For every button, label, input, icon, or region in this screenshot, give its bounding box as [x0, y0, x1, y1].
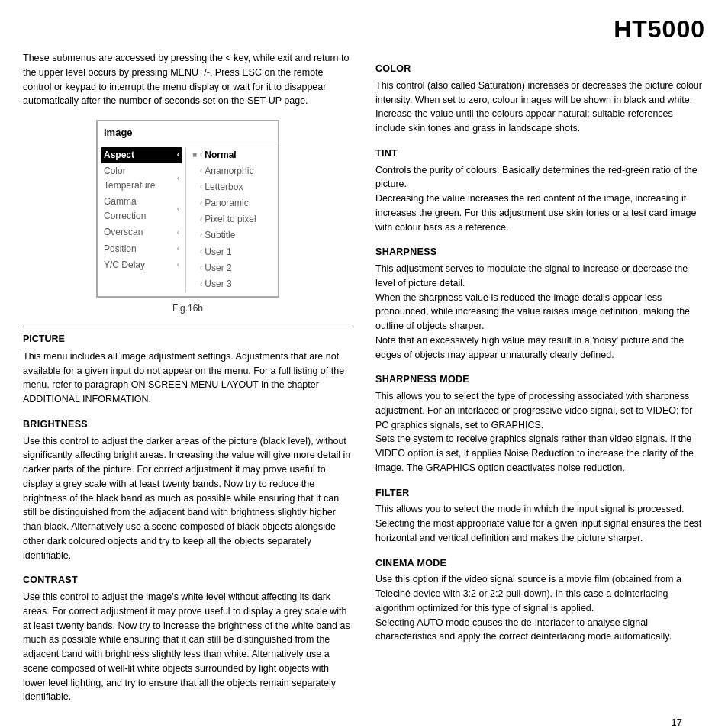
- color-text: This control (also called Saturation) in…: [375, 79, 705, 136]
- menu-item-aspect-label: Aspect: [104, 148, 134, 163]
- aspect-arrow: ‹: [177, 149, 179, 161]
- sharpness-mode-text: This allows you to select the type of pr…: [375, 389, 705, 475]
- menu-item-gamma-label: Gamma Correction: [104, 195, 177, 224]
- menu-item-yc-delay[interactable]: Y/C Delay ‹: [101, 257, 182, 273]
- menu-item-gamma[interactable]: Gamma Correction ‹: [101, 194, 182, 224]
- brightness-text: Use this control to adjust the darker ar…: [23, 434, 353, 563]
- tint-heading: TINT: [375, 147, 705, 161]
- menu-right-user3[interactable]: ‹ User 3: [190, 276, 274, 292]
- menu-right-panoramic[interactable]: ‹ Panoramic: [190, 195, 274, 211]
- page-number: 17: [672, 717, 682, 728]
- cinema-mode-heading: CINEMA MODE: [375, 556, 705, 571]
- menu-item-overscan[interactable]: Overscan ‹: [101, 224, 182, 240]
- intro-text: These submenus are accessed by pressing …: [23, 51, 353, 108]
- menu-item-color-temp[interactable]: Color Temperature ‹: [101, 163, 182, 194]
- pixel-rarrow: ‹: [200, 214, 202, 226]
- menu-right-panel: ■ ‹ Normal ‹ Anamorphic ‹ Letter: [185, 147, 278, 293]
- anamorphic-rarrow: ‹: [200, 165, 202, 177]
- normal-rarrow: ‹: [200, 149, 202, 161]
- menu-right-letterbox[interactable]: ‹ Letterbox: [190, 179, 274, 195]
- menu-right-letterbox-label: Letterbox: [205, 180, 243, 195]
- menu-right-subtitle[interactable]: ‹ Subtitle: [190, 227, 274, 243]
- image-menu-box: Image Aspect ‹ Color Temperature ‹ Gamma…: [96, 120, 279, 298]
- contrast-heading: CONTRAST: [23, 573, 353, 588]
- color-temp-arrow: ‹: [177, 172, 179, 185]
- overscan-arrow: ‹: [177, 227, 179, 239]
- menu-right-pixel[interactable]: ‹ Pixel to pixel: [190, 211, 274, 227]
- menu-right-panoramic-label: Panoramic: [205, 196, 248, 211]
- gamma-arrow: ‹: [177, 203, 179, 215]
- menu-right-normal-label: Normal: [205, 148, 236, 163]
- contrast-text: Use this control to adjust the image's w…: [23, 590, 353, 704]
- color-heading: COLOR: [375, 62, 705, 76]
- menu-right-anamorphic-label: Anamorphic: [205, 164, 253, 179]
- menu-item-aspect[interactable]: Aspect ‹: [101, 147, 182, 163]
- tint-text: Controls the purity of colours. Basicall…: [375, 163, 705, 235]
- page-title: HT5000: [23, 15, 705, 43]
- user3-rarrow: ‹: [200, 279, 202, 291]
- sharpness-text: This adjustment serves to modulate the s…: [375, 262, 705, 362]
- picture-intro: This menu includes all image adjustment …: [23, 350, 353, 407]
- picture-divider: [23, 327, 353, 327]
- sharpness-mode-heading: SHARPNESS MODE: [375, 372, 705, 387]
- menu-item-color-temp-label: Color Temperature: [104, 164, 177, 193]
- position-arrow: ‹: [177, 243, 179, 255]
- menu-right-user1-label: User 1: [205, 245, 231, 259]
- menu-title: Image: [98, 121, 278, 143]
- filter-heading: FILTER: [375, 486, 705, 501]
- sharpness-heading: SHARPNESS: [375, 245, 705, 259]
- user1-rarrow: ‹: [200, 246, 202, 258]
- subtitle-rarrow: ‹: [200, 230, 202, 242]
- letterbox-rarrow: ‹: [200, 181, 202, 193]
- menu-right-user3-label: User 3: [205, 277, 231, 292]
- brightness-heading: BRIGHTNESS: [23, 417, 353, 432]
- cinema-mode-text: Use this option if the video signal sour…: [375, 572, 705, 644]
- menu-right-pixel-label: Pixel to pixel: [205, 212, 256, 227]
- yc-delay-arrow: ‹: [177, 259, 179, 271]
- menu-right-normal[interactable]: ■ ‹ Normal: [190, 147, 274, 163]
- menu-item-position-label: Position: [104, 242, 137, 256]
- panoramic-rarrow: ‹: [200, 198, 202, 210]
- filter-text: This allows you to select the mode in wh…: [375, 502, 705, 545]
- fig-caption: Fig.16b: [23, 301, 353, 315]
- normal-bullet: ■: [192, 149, 200, 161]
- menu-left-panel: Aspect ‹ Color Temperature ‹ Gamma Corre…: [98, 147, 185, 293]
- picture-heading: PICTURE: [23, 332, 353, 346]
- user2-rarrow: ‹: [200, 262, 202, 274]
- menu-right-user2-label: User 2: [205, 261, 231, 275]
- menu-right-user1[interactable]: ‹ User 1: [190, 244, 274, 260]
- menu-item-yc-delay-label: Y/C Delay: [104, 258, 145, 272]
- menu-item-position[interactable]: Position ‹: [101, 241, 182, 257]
- menu-right-subtitle-label: Subtitle: [205, 228, 235, 243]
- menu-right-anamorphic[interactable]: ‹ Anamorphic: [190, 163, 274, 179]
- menu-item-overscan-label: Overscan: [104, 225, 143, 240]
- menu-right-user2[interactable]: ‹ User 2: [190, 260, 274, 276]
